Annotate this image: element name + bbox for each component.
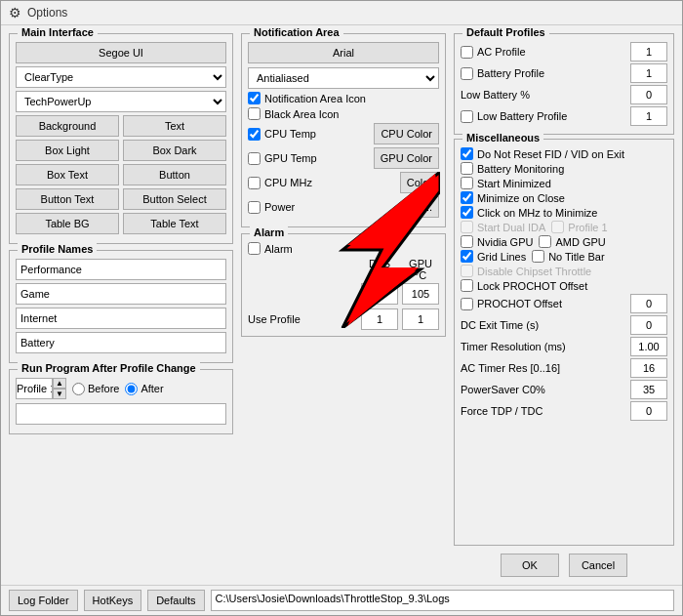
black-area-checkbox[interactable] [248, 107, 261, 120]
text-button[interactable]: Text [123, 115, 226, 137]
power-color-button[interactable]: P... [411, 196, 439, 218]
table-text-button[interactable]: Table Text [123, 213, 226, 234]
mid-panel: Notification Area Arial Antialiased Defa… [241, 33, 446, 577]
alarm-title: Alarm [250, 226, 288, 238]
misc-dual-ida-checkbox[interactable] [461, 221, 473, 233]
battery-profile-value[interactable] [630, 63, 667, 83]
button-select-button[interactable]: Button Select [123, 188, 226, 210]
cpu-mhz-checkbox[interactable] [248, 177, 261, 189]
low-battery-profile-checkbox[interactable] [461, 110, 473, 123]
default-profiles-title: Default Profiles [462, 26, 549, 38]
profile-input-3[interactable] [16, 308, 226, 329]
alarm-labels: DTS GPU °C [248, 258, 439, 281]
cpu-color-button[interactable]: CPU Color [374, 123, 439, 144]
cpu-mhz-label: CPU MHz [264, 177, 312, 188]
titlebar: ⚙ Options [1, 1, 682, 25]
ac-profile-checkbox[interactable] [461, 46, 473, 59]
profile-spinner-input[interactable] [16, 378, 53, 399]
misc-prochot-offset-value[interactable] [630, 294, 667, 313]
misc-battery-checkbox[interactable] [461, 162, 473, 175]
alarm-row: Alarm [248, 242, 439, 255]
notif-icon-row: Notification Area Icon [248, 92, 439, 104]
before-radio-label[interactable]: Before [72, 383, 119, 395]
spinner-down[interactable]: ▼ [53, 389, 66, 399]
run-path-input[interactable] [16, 403, 226, 425]
run-program-title: Run Program After Profile Change [18, 362, 200, 374]
table-bg-button[interactable]: Table BG [16, 213, 119, 234]
misc-amd-checkbox[interactable] [539, 235, 551, 248]
right-panel: Default Profiles AC Profile Battery Prof… [454, 33, 674, 577]
notif-font-button[interactable]: Arial [248, 42, 439, 63]
ac-profile-value[interactable] [630, 42, 667, 62]
hotkeys-button[interactable]: HotKeys [84, 590, 142, 611]
miscellaneous-group: Miscellaneous Do Not Reset FID / VID on … [454, 139, 674, 546]
gpu-temp-checkbox[interactable] [248, 152, 261, 165]
misc-click-mhz-checkbox[interactable] [461, 206, 473, 219]
box-dark-button[interactable]: Box Dark [123, 140, 226, 161]
background-button[interactable]: Background [16, 115, 119, 137]
button-text-button[interactable]: Button Text [16, 188, 119, 210]
misc-powersaver-value[interactable] [630, 380, 667, 399]
misc-grid-titlebar-row: Grid Lines No Title Bar [461, 250, 667, 263]
box-text-button[interactable]: Box Text [16, 164, 119, 185]
battery-profile-checkbox[interactable] [461, 67, 473, 80]
misc-min-close-checkbox[interactable] [461, 191, 473, 204]
profile-input-1[interactable] [16, 259, 226, 280]
misc-prochot-lock-checkbox[interactable] [461, 279, 473, 292]
misc-ac-timer-value[interactable] [630, 358, 667, 378]
main-font-button[interactable]: Segoe UI [16, 42, 226, 63]
log-folder-button[interactable]: Log Folder [9, 590, 78, 611]
dts-label: DTS [361, 258, 398, 281]
misc-force-tdp-value[interactable] [630, 401, 667, 421]
before-radio[interactable] [72, 383, 85, 395]
misc-start-min-checkbox[interactable] [461, 177, 473, 189]
misc-prochot-offset-checkbox[interactable] [461, 298, 473, 310]
low-battery-pct-row: Low Battery % [461, 85, 667, 104]
cancel-button[interactable]: Cancel [569, 554, 627, 577]
cpu-temp-label: CPU Temp [264, 128, 316, 140]
misc-grid-checkbox[interactable] [461, 250, 473, 263]
button-button[interactable]: Button [123, 164, 226, 185]
misc-notitlebar-checkbox[interactable] [532, 250, 544, 263]
misc-dc-exit-value[interactable] [630, 315, 667, 335]
use-profile-row: Use Profile [248, 308, 439, 330]
misc-fid-checkbox[interactable] [461, 147, 473, 160]
after-radio-label[interactable]: After [125, 383, 163, 395]
misc-nvidia-checkbox[interactable] [461, 235, 473, 248]
profile-input-4[interactable] [16, 332, 226, 353]
gpu-c-label: GPU °C [402, 258, 439, 281]
misc-fid-row: Do Not Reset FID / VID on Exit [461, 147, 667, 160]
main-interface-group: Main Interface Segoe UI ClearType Defaul… [9, 33, 233, 244]
cpu-mhz-row: CPU MHz Color [248, 172, 439, 193]
defaults-button[interactable]: Defaults [147, 590, 204, 611]
profile-input-2[interactable] [16, 283, 226, 305]
after-radio[interactable] [125, 383, 138, 395]
use-profile-dts-field[interactable] [361, 308, 398, 330]
gpu-c-value-field[interactable] [402, 283, 439, 305]
notif-rendering-select[interactable]: Antialiased Default ClearType [248, 67, 439, 89]
low-battery-profile-value[interactable] [630, 106, 667, 126]
use-profile-gpu-field[interactable] [402, 308, 439, 330]
power-checkbox[interactable] [248, 201, 261, 214]
gpu-color-button[interactable]: GPU Color [374, 147, 439, 169]
notification-area-group: Notification Area Arial Antialiased Defa… [241, 33, 446, 227]
alarm-checkbox[interactable] [248, 242, 261, 255]
dts-value-field[interactable] [361, 283, 398, 305]
skin-select[interactable]: TechPowerUp Default [16, 91, 226, 112]
misc-profile1-checkbox[interactable] [551, 221, 564, 233]
misc-timer-res-row: Timer Resolution (ms) [461, 337, 667, 356]
ok-button[interactable]: OK [501, 554, 559, 577]
rendering-select[interactable]: ClearType Default Antialiased [16, 66, 226, 88]
box-light-button[interactable]: Box Light [16, 140, 119, 161]
cpu-mhz-color-button[interactable]: Color [400, 172, 439, 193]
low-battery-pct-value[interactable] [630, 85, 667, 104]
misc-timer-res-value[interactable] [630, 337, 667, 356]
misc-dual-ida-row: Start Dual IDA Profile 1 [461, 221, 667, 233]
misc-prochot-lock-row: Lock PROCHOT Offset [461, 279, 667, 292]
window-title: Options [27, 6, 67, 20]
cpu-temp-checkbox[interactable] [248, 128, 261, 141]
notif-icon-checkbox[interactable] [248, 92, 261, 104]
misc-start-min-row: Start Minimized [461, 177, 667, 189]
spinner-up[interactable]: ▲ [53, 378, 66, 389]
misc-chipset-checkbox[interactable] [461, 265, 473, 277]
